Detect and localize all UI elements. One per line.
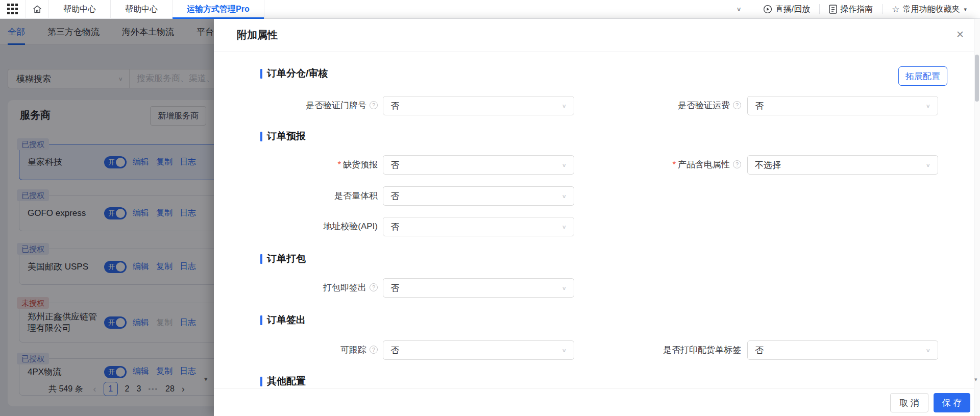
cancel-button[interactable]: 取 消	[890, 393, 928, 412]
chevron-down-icon[interactable]: ∨	[737, 6, 742, 13]
select-value: 否	[390, 159, 399, 171]
chevron-down-icon: ∨	[561, 285, 567, 291]
select-value: 否	[755, 100, 764, 112]
additional-attributes-modal: 附加属性 ✕ 订单分仓/审核 拓展配置 是否验证门牌号? 否 ∨ 是否验证运费?…	[214, 19, 980, 416]
tab-label: 帮助中心	[125, 4, 158, 15]
section-title: 其他配置	[267, 375, 306, 388]
modal-scrollbar-thumb[interactable]	[975, 55, 979, 102]
pack-signout-select[interactable]: 否 ∨	[383, 278, 574, 298]
modal-scrollbar-down-arrow[interactable]: ▾	[974, 376, 977, 383]
tab-label: 帮助中心	[63, 4, 96, 15]
select-value: 不选择	[755, 159, 781, 171]
tab-label: 运输方式管理Pro	[187, 4, 250, 15]
label-text: 地址校验(API)	[323, 222, 378, 231]
section-title: 订单预报	[267, 130, 306, 143]
shipping-fee-label: 是否验证运费?	[541, 96, 741, 115]
help-icon[interactable]: ?	[733, 160, 741, 168]
section-accent-bar	[260, 69, 262, 79]
label-text: 是否打印配货单标签	[663, 345, 741, 355]
form-row: 打包即签出? 否 ∨	[214, 278, 974, 298]
operation-guide-link[interactable]: 操作指南	[820, 0, 882, 19]
play-circle-icon	[763, 5, 772, 14]
live-replay-label: 直播/回放	[775, 4, 810, 15]
address-check-api-select[interactable]: 否 ∨	[383, 217, 574, 236]
section-order-split-review: 订单分仓/审核	[260, 67, 328, 80]
favorites-label: 常用功能收藏夹	[902, 4, 960, 15]
tab-help-center-2[interactable]: 帮助中心	[111, 0, 172, 19]
section-accent-bar	[260, 132, 262, 141]
topbar-divider	[264, 0, 264, 19]
measure-volume-select[interactable]: 否 ∨	[383, 186, 574, 206]
print-picking-label-label: 是否打印配货单标签	[541, 340, 741, 360]
label-text: 缺货预报	[343, 160, 378, 169]
label-text: 是否验证运费	[678, 101, 730, 110]
label-text: 是否量体积	[334, 191, 378, 201]
close-icon[interactable]: ✕	[953, 27, 967, 41]
apps-grid-button[interactable]	[0, 0, 26, 19]
form-row: 是否量体积 否 ∨	[214, 186, 974, 206]
trackable-label: 可跟踪?	[214, 340, 378, 360]
expand-config-button[interactable]: 拓展配置	[898, 66, 947, 86]
select-value: 否	[390, 221, 399, 233]
caret-down-icon: ▾	[964, 6, 967, 13]
stockout-forecast-label: *缺货预报	[214, 155, 378, 175]
help-icon[interactable]: ?	[370, 346, 378, 354]
chevron-down-icon: ∨	[925, 347, 930, 353]
section-order-packing: 订单打包	[260, 253, 306, 265]
chevron-down-icon: ∨	[561, 224, 567, 230]
address-check-api-label: 地址校验(API)	[214, 217, 378, 236]
select-value: 否	[755, 345, 764, 356]
required-mark: *	[337, 160, 341, 169]
chevron-down-icon: ∨	[561, 193, 567, 199]
section-accent-bar	[260, 315, 262, 325]
home-tab[interactable]	[26, 0, 48, 19]
section-accent-bar	[260, 254, 262, 264]
form-row: 地址校验(API) 否 ∨	[214, 217, 974, 236]
label-text: 可跟踪	[340, 345, 366, 355]
topbar: 帮助中心 帮助中心 运输方式管理Pro ∨ 直播/回放 操作指南	[0, 0, 980, 19]
section-accent-bar	[260, 377, 262, 386]
favorites-menu[interactable]: ☆ 常用功能收藏夹 ▾	[883, 0, 980, 19]
section-order-signout: 订单签出	[260, 314, 306, 326]
measure-volume-label: 是否量体积	[214, 186, 378, 206]
section-title: 订单签出	[267, 313, 306, 327]
chevron-down-icon: ∨	[925, 162, 930, 168]
print-picking-label-select[interactable]: 否 ∨	[747, 340, 938, 360]
form-row: *缺货预报 否 ∨ *产品含电属性? 不选择 ∨	[214, 155, 974, 175]
help-icon[interactable]: ?	[733, 101, 741, 109]
help-icon[interactable]: ?	[370, 101, 378, 109]
chevron-down-icon: ∨	[925, 103, 930, 109]
pack-signout-label: 打包即签出?	[214, 278, 378, 298]
section-title: 订单打包	[267, 252, 306, 265]
battery-attribute-select[interactable]: 不选择 ∨	[747, 155, 938, 175]
grid-icon	[7, 4, 18, 15]
select-value: 否	[390, 282, 399, 294]
tab-transport-mode-pro[interactable]: 运输方式管理Pro	[173, 0, 264, 19]
section-order-forecast: 订单预报	[260, 130, 306, 142]
save-button[interactable]: 保 存	[934, 393, 970, 412]
door-number-label: 是否验证门牌号?	[214, 96, 378, 115]
section-other-config: 其他配置	[260, 375, 306, 387]
app-window: 帮助中心 帮助中心 运输方式管理Pro ∨ 直播/回放 操作指南	[0, 0, 980, 416]
select-value: 否	[390, 100, 399, 112]
battery-attribute-label: *产品含电属性?	[541, 155, 741, 175]
select-value: 否	[390, 190, 399, 202]
operation-guide-label: 操作指南	[840, 4, 873, 15]
live-replay-link[interactable]: 直播/回放	[754, 0, 819, 19]
help-icon[interactable]: ?	[370, 283, 378, 291]
topbar-right-tools: ∨ 直播/回放 操作指南 ☆ 常用功能收藏夹 ▾	[737, 0, 980, 19]
label-text: 是否验证门牌号	[306, 101, 366, 110]
select-value: 否	[390, 345, 399, 356]
home-icon	[32, 4, 42, 14]
star-icon: ☆	[892, 4, 899, 15]
modal-title: 附加属性	[237, 28, 278, 42]
label-text: 打包即签出	[323, 283, 366, 292]
guide-doc-icon	[829, 5, 837, 14]
section-title: 订单分仓/审核	[267, 67, 328, 80]
shipping-fee-select[interactable]: 否 ∨	[747, 96, 938, 115]
modal-header-divider	[214, 52, 974, 52]
form-row: 可跟踪? 否 ∨ 是否打印配货单标签 否 ∨	[214, 340, 974, 360]
tab-help-center-1[interactable]: 帮助中心	[49, 0, 110, 19]
required-mark: *	[672, 160, 676, 169]
label-text: 产品含电属性	[678, 160, 730, 169]
